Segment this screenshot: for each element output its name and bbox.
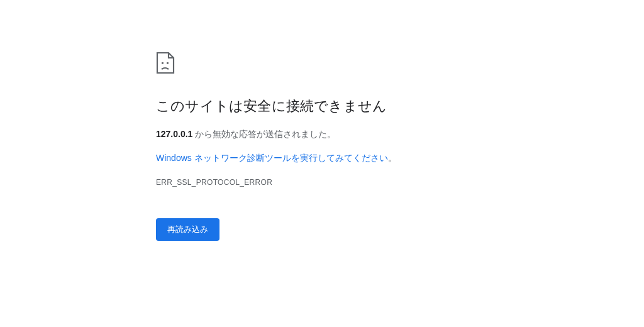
error-page: このサイトは安全に接続できません 127.0.0.1 から無効な応答が送信されま…	[0, 0, 402, 241]
sad-document-icon	[156, 52, 402, 74]
error-code: ERR_SSL_PROTOCOL_ERROR	[156, 178, 402, 187]
error-message-suffix: から無効な応答が送信されました。	[192, 129, 336, 139]
svg-rect-0	[162, 62, 164, 64]
reload-button[interactable]: 再読み込み	[156, 218, 219, 241]
suggestion-suffix: 。	[388, 153, 397, 163]
svg-rect-1	[167, 62, 169, 64]
suggestion-line: Windows ネットワーク診断ツールを実行してみてください。	[156, 151, 402, 165]
page-title: このサイトは安全に接続できません	[156, 97, 402, 116]
error-host: 127.0.0.1	[156, 129, 192, 139]
error-message: 127.0.0.1 から無効な応答が送信されました。	[156, 127, 402, 141]
network-diagnostics-link[interactable]: Windows ネットワーク診断ツールを実行してみてください	[156, 153, 388, 163]
